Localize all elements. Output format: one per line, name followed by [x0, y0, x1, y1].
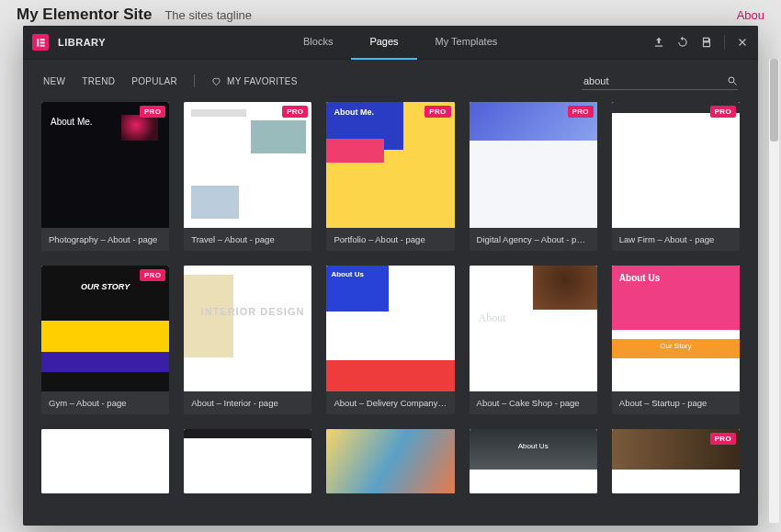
template-caption: Photography – About - page: [41, 228, 169, 251]
library-toolbar: NEW TREND POPULAR MY FAVORITES: [23, 60, 758, 102]
divider: [724, 35, 725, 50]
template-caption: Digital Agency – About - page: [470, 228, 597, 251]
library-header: LIBRARY Blocks Pages My Templates: [23, 26, 758, 60]
template-card[interactable]: About Me. PRO Portfolio – About - page: [326, 102, 454, 251]
pro-badge: PRO: [424, 106, 450, 118]
template-thumbnail: OUR STORY PRO: [41, 266, 169, 391]
svg-line-5: [734, 82, 737, 85]
template-thumbnail: PRO: [184, 102, 311, 228]
search-input[interactable]: [582, 74, 727, 87]
site-title: My Elementor Site: [17, 6, 152, 24]
template-thumbnail: About UsOur Story: [612, 266, 740, 391]
template-thumbnail: About Me. PRO: [326, 102, 454, 228]
pro-badge: PRO: [568, 106, 594, 118]
template-card[interactable]: [41, 429, 169, 493]
template-card[interactable]: PRO Travel – About - page: [184, 102, 311, 251]
template-card[interactable]: About Us About – Delivery Company - page: [326, 266, 454, 414]
tab-blocks[interactable]: Blocks: [285, 26, 351, 58]
tab-pages[interactable]: Pages: [351, 26, 416, 60]
template-card[interactable]: About UsOur Story About – Startup - page: [612, 266, 740, 414]
library-title: LIBRARY: [58, 37, 106, 48]
template-card[interactable]: About Us: [470, 429, 597, 493]
template-thumbnail: [41, 429, 169, 493]
template-thumbnail: About: [470, 266, 597, 391]
upload-icon[interactable]: [652, 36, 665, 49]
filter-group: NEW TREND POPULAR MY FAVORITES: [43, 74, 298, 87]
template-thumbnail: About Us: [326, 266, 454, 391]
template-card[interactable]: PRO Law Firm – About - page: [612, 102, 740, 251]
template-caption: About – Startup - page: [612, 391, 740, 414]
template-caption: Portfolio – About - page: [326, 228, 454, 251]
template-card[interactable]: [184, 429, 311, 493]
nav-about-link[interactable]: Abou: [737, 8, 764, 22]
template-thumbnail: PRO: [470, 102, 597, 228]
template-thumbnail: PRO: [612, 429, 740, 493]
template-card[interactable]: About Me. PRO Photography – About - page: [41, 102, 169, 251]
svg-rect-0: [37, 39, 39, 46]
template-card[interactable]: [326, 429, 454, 493]
template-card[interactable]: PRO: [612, 429, 740, 493]
close-icon[interactable]: [736, 36, 749, 49]
search-field[interactable]: [582, 73, 738, 90]
search-icon: [727, 75, 738, 86]
divider: [194, 74, 195, 87]
template-caption: About – Delivery Company - page: [326, 391, 454, 414]
elementor-logo-icon: [32, 34, 49, 51]
template-thumbnail: About Us: [470, 429, 597, 493]
sync-icon[interactable]: [676, 36, 689, 49]
template-thumbnail: INTERIOR DESIGN: [184, 266, 311, 391]
svg-point-4: [729, 77, 734, 83]
template-caption: Gym – About - page: [41, 391, 169, 414]
template-caption: Travel – About - page: [184, 228, 311, 251]
pro-badge: PRO: [140, 269, 165, 281]
pro-badge: PRO: [140, 106, 165, 118]
filter-favorites-label: MY FAVORITES: [227, 76, 298, 86]
template-card[interactable]: INTERIOR DESIGN About – Interior - page: [184, 266, 311, 414]
template-caption: About – Cake Shop - page: [470, 391, 597, 414]
header-actions: [652, 35, 749, 50]
template-card[interactable]: PRO Digital Agency – About - page: [470, 102, 597, 251]
filter-trend[interactable]: TREND: [82, 76, 115, 86]
pro-badge: PRO: [282, 106, 308, 118]
filter-new[interactable]: NEW: [43, 76, 65, 86]
svg-rect-3: [40, 44, 44, 46]
pro-badge: PRO: [710, 433, 736, 445]
filter-popular[interactable]: POPULAR: [131, 76, 177, 86]
templates-scroll-area[interactable]: About Me. PRO Photography – About - page…: [23, 102, 758, 526]
scrollbar-thumb[interactable]: [770, 59, 778, 141]
svg-rect-1: [40, 39, 44, 40]
template-thumbnail: [326, 429, 454, 493]
library-modal: LIBRARY Blocks Pages My Templates NEW TR…: [23, 26, 758, 526]
template-thumbnail: [184, 429, 311, 493]
scrollbar[interactable]: [769, 59, 779, 523]
templates-grid: About Me. PRO Photography – About - page…: [41, 102, 740, 493]
heart-icon: [211, 76, 221, 86]
filter-favorites[interactable]: MY FAVORITES: [211, 76, 298, 86]
svg-rect-2: [40, 41, 44, 43]
template-card[interactable]: About About – Cake Shop - page: [470, 266, 597, 414]
tab-my-templates[interactable]: My Templates: [417, 26, 516, 58]
template-thumbnail: PRO: [612, 102, 740, 228]
site-tagline: The sites tagline: [164, 8, 252, 22]
template-card[interactable]: OUR STORY PRO Gym – About - page: [41, 266, 169, 414]
template-caption: Law Firm – About - page: [612, 228, 740, 251]
library-tabs: Blocks Pages My Templates: [285, 26, 515, 60]
template-caption: About – Interior - page: [184, 391, 311, 414]
template-thumbnail: About Me. PRO: [41, 102, 169, 228]
pro-badge: PRO: [710, 106, 736, 118]
save-icon[interactable]: [700, 36, 713, 49]
